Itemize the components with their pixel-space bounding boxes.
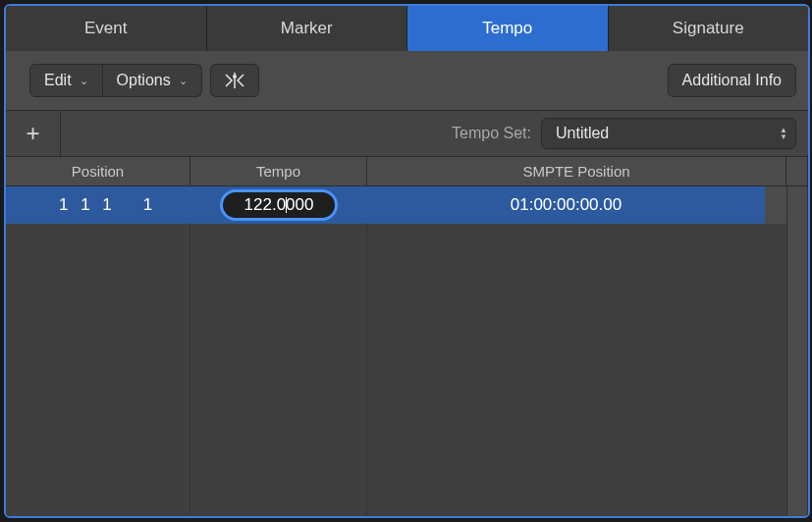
tempo-set-value: Untitled — [556, 125, 609, 142]
column-header-label: Tempo — [256, 163, 300, 180]
tab-label: Event — [84, 19, 127, 38]
menu-button-group: Edit ⌄ Options ⌄ — [29, 64, 202, 97]
toolbar: Edit ⌄ Options ⌄ Additional Info — [6, 51, 808, 110]
tempo-set-select[interactable]: Untitled ▲▼ — [541, 118, 796, 149]
options-menu-button[interactable]: Options ⌄ — [103, 64, 202, 97]
column-header-label: SMPTE Position — [522, 163, 629, 180]
column-header-label: Position — [72, 163, 124, 180]
edit-menu-button[interactable]: Edit ⌄ — [29, 64, 103, 97]
updown-icon: ▲▼ — [780, 127, 787, 140]
plus-icon: + — [26, 120, 39, 147]
edit-menu-label: Edit — [44, 72, 72, 89]
position-bars: 1 1 1 — [59, 195, 116, 215]
tab-tempo[interactable]: Tempo — [407, 6, 609, 51]
vertical-scrollbar[interactable] — [786, 186, 808, 516]
scrollbar-header — [786, 157, 808, 185]
chevron-down-icon: ⌄ — [179, 75, 188, 87]
additional-info-label: Additional Info — [682, 72, 782, 89]
cell-position[interactable]: 1 1 1 1 — [6, 186, 190, 224]
tab-label: Tempo — [482, 19, 532, 38]
table-row[interactable]: 1 1 1 1 122.0000 01:00:00:00.00 — [6, 186, 786, 224]
tempo-set-label: Tempo Set: — [452, 125, 531, 142]
tempo-list-window: Event Marker Tempo Signature Edit ⌄ Opti… — [4, 4, 810, 518]
tab-label: Signature — [673, 19, 744, 38]
column-header-smpte[interactable]: SMPTE Position — [367, 157, 786, 185]
tab-signature[interactable]: Signature — [609, 6, 809, 51]
additional-info-button[interactable]: Additional Info — [668, 64, 796, 97]
cell-smpte[interactable]: 01:00:00:00.00 — [367, 186, 765, 224]
table-header: Position Tempo SMPTE Position — [6, 157, 808, 186]
table-body: 1 1 1 1 122.0000 01:00:00:00.00 — [6, 186, 808, 516]
svg-point-0 — [233, 75, 237, 78]
tempo-edit-field[interactable]: 122.0000 — [220, 189, 339, 221]
catch-playhead-icon — [223, 72, 246, 89]
row-end — [765, 186, 786, 224]
options-menu-label: Options — [117, 72, 171, 89]
add-tempo-button[interactable]: + — [6, 111, 61, 156]
cell-tempo[interactable]: 122.0000 — [190, 186, 367, 224]
column-header-tempo[interactable]: Tempo — [190, 157, 367, 185]
position-sub: 1 — [143, 195, 152, 215]
column-header-position[interactable]: Position — [6, 157, 190, 185]
catch-playhead-button[interactable] — [210, 64, 259, 97]
tab-bar: Event Marker Tempo Signature — [6, 6, 808, 51]
tab-marker[interactable]: Marker — [207, 6, 408, 51]
chevron-down-icon: ⌄ — [80, 75, 88, 87]
text-caret — [286, 197, 287, 213]
tempo-value: 122.0000 — [244, 195, 314, 215]
tempo-set-row: + Tempo Set: Untitled ▲▼ — [6, 110, 808, 157]
tab-label: Marker — [281, 19, 333, 38]
smpte-value: 01:00:00:00.00 — [511, 195, 622, 215]
tab-event[interactable]: Event — [6, 6, 207, 51]
